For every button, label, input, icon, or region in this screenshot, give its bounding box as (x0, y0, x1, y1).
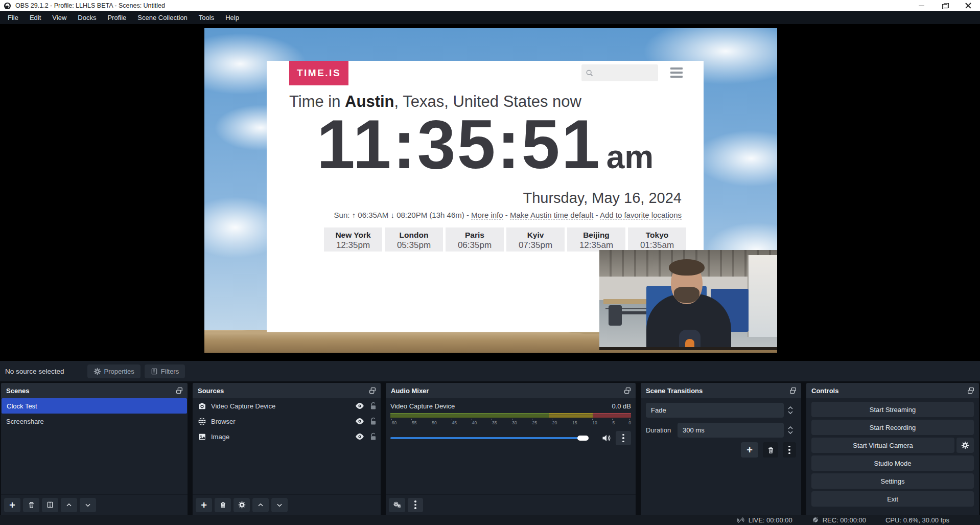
make-default-link[interactable]: Make Austin time default (510, 211, 593, 220)
sources-list: Video Capture Device Browser (193, 398, 381, 494)
minimize-button[interactable] (909, 0, 933, 11)
volume-meter (390, 413, 631, 418)
start-virtual-camera-button[interactable]: Start Virtual Camera (811, 438, 954, 453)
popout-icon[interactable] (623, 386, 632, 395)
menu-tools[interactable]: Tools (193, 11, 220, 24)
scene-filters-button[interactable] (42, 498, 58, 512)
popout-icon[interactable] (175, 386, 183, 395)
speaker-icon[interactable] (601, 433, 612, 443)
scenes-header: Scenes (1, 383, 188, 398)
timeis-logo[interactable]: TIME.IS (289, 61, 348, 85)
status-bar: LIVE: 00:00:00 REC: 00:00:00 CPU: 0.6%, … (0, 515, 980, 525)
city-cell[interactable]: Tokyo01:35am (628, 227, 686, 252)
move-scene-up-button[interactable] (61, 498, 77, 512)
scene-item-clock-test[interactable]: Clock Test (2, 398, 187, 414)
webcam-overlay (599, 250, 777, 350)
move-scene-down-button[interactable] (80, 498, 96, 512)
obs-logo-icon (4, 2, 11, 10)
add-source-button[interactable]: + (196, 498, 212, 512)
properties-button[interactable]: Properties (87, 364, 141, 378)
source-properties-button[interactable] (234, 498, 250, 512)
window-controls (909, 0, 980, 11)
timeis-clock: 11:35:51 am (267, 110, 704, 179)
current-time: 11:35:51 (317, 110, 601, 179)
lock-unlocked-icon[interactable] (370, 417, 377, 425)
source-item-browser[interactable]: Browser (193, 414, 381, 429)
menu-profile[interactable]: Profile (102, 11, 132, 24)
scenes-toolbar: + (1, 494, 188, 515)
visibility-eye-icon[interactable] (355, 402, 364, 409)
window-title: OBS 29.1.2 - Profile: LLHLS BETA - Scene… (15, 2, 165, 9)
remove-transition-button[interactable] (763, 442, 778, 458)
visibility-eye-icon[interactable] (355, 433, 364, 440)
volume-slider-handle[interactable] (577, 436, 589, 441)
move-source-down-button[interactable] (271, 498, 288, 512)
popout-icon[interactable] (368, 386, 377, 395)
restore-button[interactable] (933, 0, 956, 11)
virtual-camera-settings-button[interactable] (956, 438, 974, 453)
mixer-slider-row (390, 431, 631, 445)
transition-select[interactable]: Fade (646, 403, 784, 418)
sources-panel: Sources Video Capture Device (193, 383, 381, 515)
advanced-audio-button[interactable] (389, 498, 405, 512)
world-cities-row: New York12:35pm London05:35pm Paris06:35… (324, 227, 686, 252)
double-gear-icon (393, 501, 402, 509)
volume-slider[interactable] (390, 432, 597, 444)
source-item-video-capture[interactable]: Video Capture Device (193, 398, 381, 414)
filters-button[interactable]: Filters (145, 364, 185, 378)
lock-unlocked-icon[interactable] (370, 432, 377, 441)
minimize-icon (919, 6, 924, 6)
duration-spinner-arrows[interactable] (785, 426, 796, 434)
search-input[interactable] (581, 64, 658, 81)
person-shirt-logo (685, 339, 694, 347)
close-button[interactable] (956, 0, 980, 11)
start-recording-button[interactable]: Start Recording (811, 420, 974, 435)
add-transition-button[interactable]: + (741, 442, 758, 458)
studio-mode-button[interactable]: Studio Mode (811, 455, 974, 471)
popout-icon[interactable] (789, 386, 797, 395)
preview-area[interactable]: TIME.IS Time in Austin, Texas, United St… (0, 24, 980, 361)
source-item-image[interactable]: Image (193, 429, 381, 444)
city-cell[interactable]: Beijing12:35am (567, 227, 625, 252)
popout-icon[interactable] (967, 386, 975, 395)
scene-item-screenshare[interactable]: Screenshare (1, 414, 188, 429)
visibility-eye-icon[interactable] (355, 418, 364, 425)
menu-file[interactable]: File (2, 11, 24, 24)
menu-view[interactable]: View (46, 11, 72, 24)
city-cell[interactable]: Paris06:35pm (446, 227, 504, 252)
city-cell[interactable]: New York12:35pm (324, 227, 382, 252)
lock-unlocked-icon[interactable] (370, 402, 377, 410)
transition-select-arrows[interactable] (785, 406, 796, 414)
title-bar: OBS 29.1.2 - Profile: LLHLS BETA - Scene… (0, 0, 980, 11)
transition-menu-button[interactable] (783, 442, 796, 458)
hamburger-menu-icon[interactable] (670, 67, 683, 78)
live-status: LIVE: 00:00:00 (736, 516, 792, 524)
exit-button[interactable]: Exit (811, 491, 974, 507)
settings-button[interactable]: Settings (811, 473, 974, 489)
gear-icon (94, 368, 101, 375)
restore-icon (942, 3, 948, 9)
more-info-link[interactable]: More info (471, 211, 503, 220)
record-inactive-icon (812, 516, 819, 523)
start-streaming-button[interactable]: Start Streaming (811, 402, 974, 417)
move-source-up-button[interactable] (252, 498, 269, 512)
city-cell[interactable]: London05:35pm (385, 227, 443, 252)
caret-up-icon (788, 406, 793, 409)
remove-source-button[interactable] (215, 498, 231, 512)
controls-title: Controls (811, 387, 838, 395)
add-favorite-link[interactable]: Add to favorite locations (600, 211, 682, 220)
city-cell[interactable]: Kyiv07:35pm (506, 227, 565, 252)
mixer-channel-menu-button[interactable] (616, 431, 631, 445)
image-icon (198, 432, 206, 441)
menu-edit[interactable]: Edit (24, 11, 46, 24)
trash-icon (219, 501, 227, 509)
chevron-up-icon (65, 501, 73, 509)
duration-input[interactable]: 300 ms (678, 423, 784, 438)
mixer-menu-button[interactable] (408, 498, 423, 512)
menu-docks[interactable]: Docks (72, 11, 102, 24)
menu-help[interactable]: Help (220, 11, 245, 24)
video-frame: TIME.IS Time in Austin, Texas, United St… (204, 28, 777, 353)
add-scene-button[interactable]: + (4, 498, 20, 512)
remove-scene-button[interactable] (23, 498, 39, 512)
menu-scene-collection[interactable]: Scene Collection (132, 11, 193, 24)
